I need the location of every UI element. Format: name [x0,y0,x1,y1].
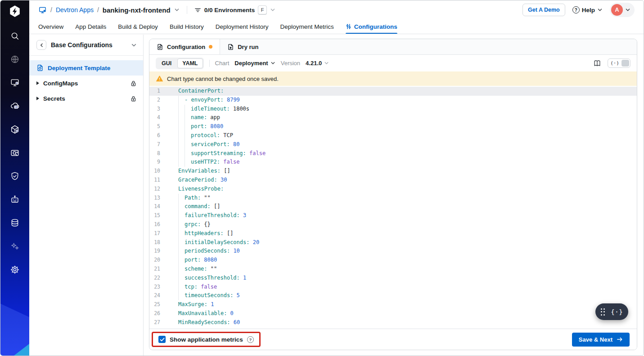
readme-book-icon[interactable] [593,60,601,67]
get-a-demo-button[interactable]: Get A Demo [522,4,565,16]
environment-count: 0/0 Environments [204,7,255,13]
package-icon[interactable] [10,124,20,134]
warning-text: Chart type cannot be changed once saved. [167,76,279,82]
code-line[interactable]: 18initialDelaySeconds: 20 [149,238,637,247]
tab-deployment-history[interactable]: Deployment History [216,19,269,34]
main-content: Configuration Dry run GUI YAML Chart Dep… [144,35,644,356]
code-line[interactable]: 11GracePeriod: 30 [149,176,637,185]
code-line[interactable]: 21scheme: "" [149,265,637,274]
line-number: 23 [149,283,166,292]
help-chevron-icon [597,7,603,13]
code-line[interactable]: 19periodSeconds: 10 [149,247,637,256]
line-number: 2 [149,96,166,105]
breadcrumb-separator: / [97,6,99,13]
code-line[interactable]: 5port: 8080 [149,122,637,131]
tab-overview[interactable]: Overview [38,19,63,34]
user-menu[interactable]: A [610,3,635,17]
code-line[interactable]: 17httpHeaders: [] [149,229,637,238]
ai-sparkle-icon[interactable] [10,241,20,251]
code-line[interactable]: 22successThreshold: 1 [149,274,637,283]
code-line[interactable]: 26MaxUnavailable: 0 [149,309,637,318]
tab-build-history[interactable]: Build History [170,19,204,34]
nav-item-secrets[interactable]: Secrets [29,91,143,106]
code-line[interactable]: 14command: [] [149,202,637,211]
line-number: 19 [149,247,166,256]
breadcrumb-app-group-link[interactable]: Devtron Apps [56,6,94,13]
code-line[interactable]: 25MaxSurge: 1 [149,300,637,309]
app-switcher-chevron-icon[interactable] [174,7,180,13]
code-line[interactable]: 12LivenessProbe: [149,185,637,194]
breadcrumb: / Devtron Apps / banking-nxt-frontend 0/… [38,5,275,14]
code-line[interactable]: 10EnvVariables: [] [149,167,637,176]
nav-item-label: ConfigMaps [43,80,78,87]
config-nav-panel: Base Configurations Deployment Template … [29,35,144,356]
environment-selector[interactable]: 0/0 Environments F [194,5,276,14]
editor-tab-bar: Configuration Dry run [149,39,637,55]
yaml-code-editor[interactable]: 1ContainerPort:2- envoyPort: 87993idleTi… [149,86,637,329]
back-button[interactable] [36,40,46,50]
environment-chevron-icon [270,7,275,13]
code-editor-toggle[interactable]: (·) [608,58,630,68]
line-number: 6 [149,131,166,140]
tab-configurations-label: Configurations [354,23,397,30]
tab-dry-run-label: Dry run [238,44,258,50]
line-number: 3 [149,105,166,114]
devtron-logo-icon[interactable] [8,4,22,20]
code-line[interactable]: 20port: 8080 [149,256,637,265]
nav-item-label: Deployment Template [48,65,110,71]
stack-manager-icon[interactable] [10,218,20,228]
code-line[interactable]: 13Path: "" [149,194,637,203]
tab-configurations[interactable]: Configurations [346,19,397,34]
chart-version-dropdown[interactable]: 4.21.0 [306,60,329,67]
code-line[interactable]: 6protocol: TCP [149,131,637,140]
code-line[interactable]: 2- envoyPort: 8799 [149,96,637,105]
floating-editor-widget[interactable]: {·} [595,303,628,320]
chart-type-dropdown[interactable]: Deployment [234,60,275,67]
code-line[interactable]: 27MinReadySeconds: 60 [149,318,637,327]
code-line[interactable]: 16grpc: {} [149,220,637,229]
settings-gear-icon[interactable] [10,264,20,275]
environment-shortcut-badge: F [258,5,267,14]
config-nav-header: Base Configurations [29,35,143,56]
tab-app-details[interactable]: App Details [75,19,106,34]
save-next-button[interactable]: Save & Next [572,333,630,347]
code-line[interactable]: 7servicePort: 80 [149,140,637,149]
tab-configuration[interactable]: Configuration [149,39,220,54]
app-header: / Devtron Apps / banking-nxt-frontend 0/… [29,0,644,19]
header-actions: Get A Demo ? Help A [522,3,635,17]
tab-build-deploy[interactable]: Build & Deploy [118,19,158,34]
code-line[interactable]: 9useHTTP2: false [149,158,637,167]
warning-triangle-icon [156,76,163,82]
nav-item-deployment-template[interactable]: Deployment Template [29,60,143,76]
code-line[interactable]: 4name: app [149,113,637,122]
line-number: 25 [149,300,166,309]
nav-item-configmaps[interactable]: ConfigMaps [29,76,143,91]
code-line[interactable]: 8supportStreaming: false [149,149,637,158]
helm-cloud-icon[interactable] [10,101,20,111]
show-application-metrics-checkbox[interactable] [158,336,166,343]
bot-icon[interactable] [10,194,20,205]
help-menu[interactable]: ? Help [572,6,603,13]
yaml-mode-button[interactable]: YAML [177,58,203,68]
code-line[interactable]: 24timeoutSeconds: 5 [149,291,637,300]
security-shield-icon[interactable] [10,171,20,181]
metrics-help-icon[interactable]: ? [247,336,254,343]
chart-type-value: Deployment [234,60,268,67]
globe-icon[interactable] [10,54,20,64]
gui-mode-button[interactable]: GUI [157,58,176,68]
code-line[interactable]: 23tcp: false [149,283,637,292]
tab-dry-run[interactable]: Dry run [220,39,266,54]
applications-monitor-icon[interactable] [10,77,20,88]
search-icon[interactable] [10,31,20,41]
help-label: Help [582,7,595,13]
drag-handle-icon[interactable] [601,308,605,316]
code-braces-icon[interactable]: {·} [611,308,623,316]
code-line[interactable]: 1ContainerPort: [149,87,637,96]
code-line[interactable]: 3idleTimeout: 1800s [149,105,637,114]
code-line[interactable]: 15failureThreshold: 3 [149,211,637,220]
line-number: 12 [149,185,166,194]
sliders-icon [346,23,351,30]
tab-deployment-metrics[interactable]: Deployment Metrics [280,19,333,34]
collapse-chevron-icon[interactable] [131,42,137,48]
build-jobs-icon[interactable] [10,147,20,158]
